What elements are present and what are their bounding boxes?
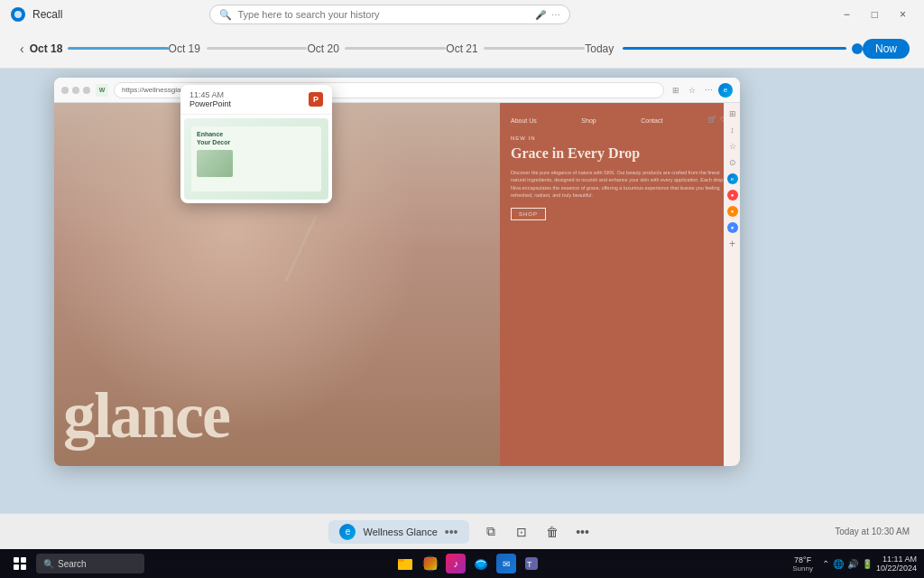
slide-image-placeholder [197, 150, 233, 177]
toolbar-star-icon[interactable]: ☆ [686, 84, 698, 97]
cart-icon[interactable]: 🛒 [707, 116, 716, 125]
timeline-back-button[interactable]: ‹ [14, 38, 30, 60]
nav-shop[interactable]: Shop [581, 117, 596, 124]
popup-content: Enhance Your Decor [180, 115, 332, 203]
red-icon[interactable]: ● [727, 190, 738, 200]
orange-icon[interactable]: ● [727, 206, 738, 217]
tray-network-icon[interactable]: 🌐 [833, 559, 844, 569]
nav-contact[interactable]: Contact [641, 117, 662, 124]
taskbar-photos[interactable] [420, 554, 440, 573]
history-search-bar[interactable]: 🔍 🎤 ⋯ [209, 5, 570, 24]
more-icon[interactable]: ⋯ [551, 10, 560, 20]
svg-text:T: T [527, 560, 532, 569]
wellness-site: glance About Us Shop Contact 🛒 ♡ NEW IN … [54, 103, 740, 466]
timeline-track-oct18 [68, 47, 168, 50]
timeline-oct20-label[interactable]: Oct 20 [307, 42, 339, 55]
window-controls: − □ × [836, 6, 913, 23]
timeline-oct20: Oct 20 [307, 42, 446, 55]
windows-taskbar: 🔍 Search ♪ ✉ T [0, 549, 924, 578]
site-big-text: glance [63, 383, 229, 448]
nav-about[interactable]: About Us [511, 117, 537, 124]
now-button[interactable]: Now [863, 39, 910, 59]
timeline-oct21-label[interactable]: Oct 21 [446, 42, 478, 55]
toolbar-settings-icon[interactable]: ⋯ [702, 84, 715, 97]
search-icon: 🔍 [219, 9, 232, 21]
action-save-button[interactable]: ⊡ [509, 519, 534, 545]
start-icon [14, 557, 26, 570]
timeline-oct19-label[interactable]: Oct 19 [169, 42, 201, 55]
right-bar-icon-4[interactable]: ⊙ [727, 157, 738, 168]
action-more-button[interactable]: ••• [570, 519, 596, 545]
taskbar-mail[interactable]: ✉ [496, 554, 516, 573]
weather-widget: 78°F Sunny [792, 555, 813, 573]
timeline-oct21: Oct 21 [446, 42, 585, 55]
timeline-oct18-label[interactable]: Oct 18 [30, 42, 63, 55]
site-right-panel: About Us Shop Contact 🛒 ♡ NEW IN Grace i… [500, 103, 740, 466]
weather-desc: Sunny [792, 564, 813, 573]
timeline-today: Today [585, 42, 863, 55]
svg-rect-4 [424, 557, 437, 570]
right-bar-icon-3[interactable]: ☆ [727, 141, 738, 152]
slide-inner: Enhance Your Decor [191, 126, 321, 191]
start-button[interactable] [7, 551, 32, 576]
popup-time: 11:45 AM [189, 90, 231, 99]
app-logo [11, 7, 25, 22]
tray-up-arrow[interactable]: ⌃ [822, 559, 829, 569]
toolbar-grid-icon[interactable]: ⊞ [670, 84, 682, 97]
edge-sidebar-icon[interactable]: e [727, 173, 738, 184]
browser-toolbar-icons: ⊞ ☆ ⋯ e [670, 83, 733, 98]
close-button[interactable]: × [892, 6, 913, 23]
active-app-pill[interactable]: e Wellness Glance ••• [328, 520, 468, 544]
svg-rect-2 [398, 559, 404, 562]
win-clock[interactable]: 11:11 AM 10/22/2024 [876, 555, 917, 573]
taskbar-edge[interactable] [471, 554, 491, 573]
app-title: Recall [32, 8, 62, 21]
timeline-bar: ‹ Oct 18 Oct 19 Oct 20 Oct 21 Today Now [0, 29, 924, 69]
shop-button[interactable]: SHOP [511, 208, 546, 220]
dot-max [83, 87, 90, 94]
timeline-track-oct21 [484, 47, 585, 50]
mic-icon[interactable]: 🎤 [535, 10, 546, 20]
grace-description: Discover the pure elegance of nature wit… [511, 169, 729, 199]
action-delete-button[interactable]: 🗑 [540, 519, 565, 545]
powerpoint-popup-card: 11:45 AM PowerPoint P Enhance Your Decor [180, 85, 332, 203]
clock-date: 10/22/2024 [876, 564, 917, 573]
dot-close [61, 87, 69, 94]
timeline-track-oct19 [207, 47, 308, 50]
edge-browser-icon: e [718, 83, 733, 98]
title-bar: Recall 🔍 🎤 ⋯ − □ × [0, 0, 924, 29]
timeline-today-label[interactable]: Today [585, 42, 617, 55]
weather-temp: 78°F [794, 555, 811, 564]
taskbar-teams[interactable]: T [522, 554, 541, 573]
action-copy-button[interactable]: ⧉ [478, 519, 504, 545]
win-search-box[interactable]: 🔍 Search [36, 554, 144, 573]
slide-title: Enhance Your Decor [197, 130, 316, 146]
recall-timestamp: Today at 10:30 AM [835, 527, 910, 536]
bottom-bar-right: Today at 10:30 AM [596, 527, 910, 536]
dot-min [72, 87, 79, 94]
right-bar-plus-icon[interactable]: + [727, 238, 738, 249]
blue-icon[interactable]: ● [727, 222, 738, 233]
popup-header: 11:45 AM PowerPoint P [180, 85, 332, 115]
browser-traffic-lights [61, 87, 90, 94]
right-bar-icon-1[interactable]: ⊞ [727, 108, 738, 119]
grace-title: Grace in Every Drop [511, 144, 729, 162]
recall-bottom-bar: e Wellness Glance ••• ⧉ ⊡ 🗑 ••• Today at… [0, 513, 924, 549]
restore-button[interactable]: □ [864, 6, 885, 23]
win-system-tray: 78°F Sunny ⌃ 🌐 🔊 🔋 11:11 AM 10/22/2024 [792, 555, 917, 573]
powerpoint-slide-preview[interactable]: Enhance Your Decor [184, 118, 328, 200]
right-bar-icon-2[interactable]: ↕ [727, 125, 738, 135]
tray-battery-icon[interactable]: 🔋 [862, 559, 873, 569]
search-input[interactable] [237, 9, 530, 20]
main-content: W https://wellnessglance.com ⊞ ☆ ⋯ e gla… [0, 69, 924, 513]
minimize-button[interactable]: − [836, 6, 857, 23]
active-app-more[interactable]: ••• [445, 525, 458, 539]
timeline-track-oct20 [345, 47, 446, 50]
taskbar-action-icons: ⧉ ⊡ 🗑 ••• [478, 519, 596, 545]
taskbar-media[interactable]: ♪ [446, 554, 466, 573]
win-taskbar-apps: ♪ ✉ T [144, 554, 792, 573]
browser-chrome: W https://wellnessglance.com ⊞ ☆ ⋯ e [54, 78, 740, 103]
tray-sound-icon[interactable]: 🔊 [847, 559, 858, 569]
timeline-today-dot [852, 43, 863, 54]
taskbar-file-explorer[interactable] [395, 554, 415, 573]
